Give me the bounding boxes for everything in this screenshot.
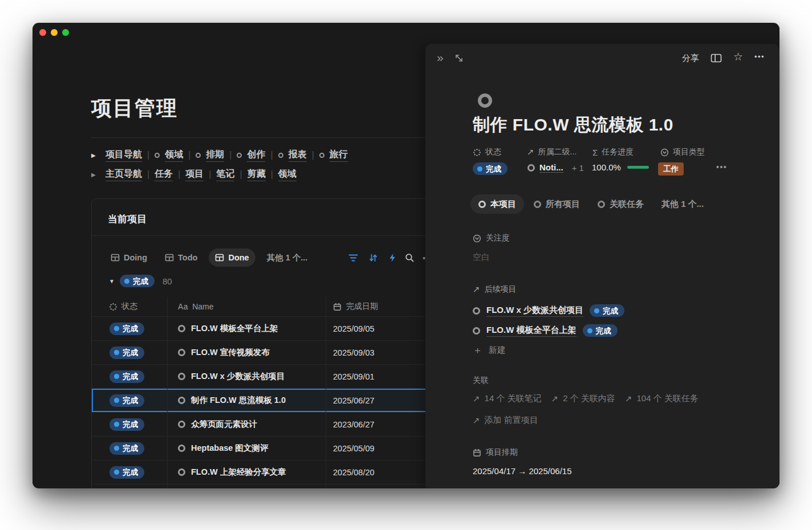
nav-link[interactable]: 项目 (185, 168, 204, 181)
table-row[interactable]: 完成 FLO.W x 少数派共创项目 2025/09/01 (92, 364, 467, 388)
table-row-partial[interactable] (92, 484, 467, 488)
property-label-progress[interactable]: Σ 任务进度 (592, 147, 634, 157)
nav-link[interactable]: 领域 (165, 149, 183, 162)
followup-item[interactable]: FLO.W 模板全平台上架 完成 (473, 324, 618, 337)
table-row[interactable]: 完成 众筹页面元素设计 2023/06/27 (92, 412, 467, 436)
automation-bolt-icon[interactable] (388, 253, 397, 263)
nav-link[interactable]: 项目导航 (105, 149, 142, 162)
expand-diagonal-icon[interactable] (454, 54, 464, 63)
peek-page-title[interactable]: 制作 FLO.W 思流模板 1.0 (473, 113, 673, 137)
related-content-link[interactable]: ↗ 2 个 关联内容 (551, 393, 615, 404)
nav-link[interactable]: 旅行 (330, 149, 348, 162)
nav-link[interactable]: 笔记 (216, 168, 234, 181)
row-date[interactable]: 2025/09/05 (333, 324, 375, 333)
property-value-status[interactable]: 完成 (473, 162, 508, 175)
tab-more[interactable]: 其他 1 个... (653, 194, 712, 214)
related-notes-link[interactable]: ↗ 14 个 关联笔记 (473, 393, 542, 404)
share-button[interactable]: 分享 (682, 53, 699, 64)
tab-linked-tasks[interactable]: 关联任务 (590, 194, 652, 214)
property-value-parent[interactable]: Noti... + 1 (527, 162, 584, 173)
property-label-type[interactable]: 项目类型 (660, 147, 705, 157)
row-title[interactable]: FLO.W 宣传视频发布 (191, 347, 270, 358)
relation-link[interactable]: Noti... (539, 162, 563, 173)
status-badge[interactable]: 完成 (109, 394, 144, 407)
nav-link[interactable]: 任务 (155, 168, 173, 181)
section-label-schedule[interactable]: 项目排期 (473, 447, 518, 458)
nav-link[interactable]: 领域 (278, 168, 297, 181)
nav-link[interactable]: 主页导航 (105, 168, 142, 181)
row-date[interactable]: 2025/09/03 (333, 348, 375, 357)
close-button[interactable] (39, 29, 46, 36)
focus-empty-value[interactable]: 空白 (473, 252, 490, 263)
status-badge[interactable]: 完成 (109, 418, 144, 431)
property-label-status[interactable]: 状态 (473, 147, 501, 157)
row-date[interactable]: 2025/08/20 (333, 468, 375, 477)
table-row[interactable]: 完成 FLO.W 模板全平台上架 2025/09/05 (92, 316, 467, 340)
row-title[interactable]: FLO.W 上架经验分享文章 (191, 467, 286, 478)
related-tasks-link[interactable]: ↗ 104 个 关联任务 (625, 393, 699, 404)
tab-this-project[interactable]: 本项目 (470, 194, 524, 214)
row-date[interactable]: 2025/05/09 (333, 444, 375, 453)
nav-link[interactable]: 创作 (247, 149, 265, 162)
property-value-type[interactable]: 工作 (658, 162, 684, 176)
sort-icon[interactable] (368, 253, 378, 263)
status-badge[interactable]: 完成 (109, 370, 144, 383)
page-title[interactable]: 项目管理 (91, 95, 178, 123)
view-tab-done[interactable]: Done (209, 248, 255, 267)
search-icon[interactable] (405, 253, 415, 263)
page-ring-icon (527, 164, 535, 172)
followup-link[interactable]: FLO.W 模板全平台上架 (486, 325, 576, 337)
toggle-open-icon[interactable]: ▶ (91, 152, 100, 158)
new-followup-button[interactable]: ＋ 新建 (473, 344, 506, 357)
row-date[interactable]: 2023/06/27 (333, 420, 375, 429)
relation-arrow-icon: ↗ (473, 394, 480, 404)
property-value-progress[interactable]: 100.0% (592, 162, 649, 172)
more-icon[interactable]: ••• (754, 52, 765, 61)
more-properties-icon[interactable]: ••• (716, 162, 727, 172)
chevron-down-icon[interactable]: ▼ (109, 278, 115, 284)
view-tab-more[interactable]: 其他 1 个... (261, 248, 314, 267)
table-row[interactable]: 完成 FLO.W 上架经验分享文章 2025/08/20 (92, 460, 467, 484)
toggle-open-icon[interactable]: ▶ (91, 172, 100, 178)
nav-link[interactable]: 排期 (206, 149, 224, 162)
status-badge[interactable]: 完成 (109, 442, 144, 455)
side-peek-toggle-icon[interactable] (710, 53, 722, 63)
add-predecessor-button[interactable]: ↗ 添加 前置项目 (473, 415, 538, 426)
view-tab-doing[interactable]: Doing (104, 248, 153, 267)
section-label-followups[interactable]: ↗ 后续项目 (473, 284, 517, 295)
collapse-peek-icon[interactable]: » (437, 51, 444, 64)
minimize-button[interactable] (51, 29, 58, 36)
table-row[interactable]: 完成 FLO.W 宣传视频发布 2025/09/03 (92, 340, 467, 364)
property-label-parent[interactable]: ↗ 所属二级... (527, 147, 576, 157)
table-row[interactable]: 完成 Heptabase 图文测评 2025/05/09 (92, 436, 467, 460)
column-header-status[interactable]: 状态 (92, 297, 167, 316)
card-title: 当前项目 (108, 213, 147, 226)
view-tab-todo[interactable]: Todo (159, 248, 204, 267)
page-icon[interactable] (478, 93, 492, 110)
status-spinner-icon (109, 303, 117, 311)
row-date[interactable]: 2025/06/27 (333, 396, 375, 405)
section-label-focus[interactable]: 关注度 (473, 233, 510, 243)
row-date[interactable]: 2025/09/01 (333, 372, 375, 381)
row-title[interactable]: 众筹页面元素设计 (191, 419, 257, 430)
tab-all-projects[interactable]: 所有项目 (526, 194, 588, 214)
nav-link[interactable]: 报表 (289, 149, 307, 162)
row-title[interactable]: FLO.W 模板全平台上架 (191, 323, 278, 334)
filter-icon[interactable] (348, 253, 358, 263)
row-title[interactable]: Heptabase 图文测评 (191, 443, 268, 454)
nav-link[interactable]: 剪藏 (247, 168, 266, 181)
separator: | (229, 150, 232, 160)
followup-link[interactable]: FLO.W x 少数派共创项目 (486, 305, 583, 317)
row-title[interactable]: 制作 FLO.W 思流模板 1.0 (191, 395, 286, 406)
status-badge[interactable]: 完成 (120, 275, 155, 287)
favorite-star-icon[interactable]: ☆ (733, 50, 743, 63)
column-header-name[interactable]: Aa Name (167, 297, 326, 316)
table-row-selected[interactable]: 完成 制作 FLO.W 思流模板 1.0 2025/06/27 (92, 388, 467, 412)
schedule-date-range[interactable]: 2025/04/17 → 2025/06/15 (473, 466, 571, 476)
status-badge[interactable]: 完成 (109, 323, 144, 335)
status-badge[interactable]: 完成 (109, 466, 144, 479)
followup-item[interactable]: FLO.W x 少数派共创项目 完成 (473, 304, 624, 317)
row-title[interactable]: FLO.W x 少数派共创项目 (191, 371, 285, 382)
zoom-button[interactable] (62, 29, 69, 36)
status-badge[interactable]: 完成 (109, 346, 144, 359)
